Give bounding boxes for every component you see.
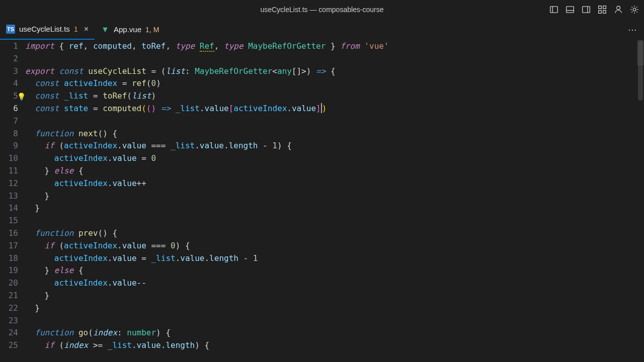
svg-rect-4 — [583, 7, 590, 13]
typescript-icon: TS — [6, 25, 15, 34]
account-icon[interactable] — [614, 5, 623, 14]
vertical-scrollbar[interactable] — [637, 40, 644, 362]
svg-rect-8 — [599, 11, 602, 14]
line-gutter: 1234567891011121314151617181920212223242… — [0, 40, 25, 362]
svg-rect-2 — [567, 7, 574, 13]
layout-sidebar-left-icon[interactable] — [549, 5, 558, 14]
tab-usecyclelist[interactable]: TS useCycleList.ts 1 × — [0, 19, 95, 40]
settings-gear-icon[interactable] — [630, 5, 639, 14]
customize-layout-icon[interactable] — [598, 5, 607, 14]
tab-appvue[interactable]: ▼ App.vue 1, M — [95, 19, 165, 40]
svg-point-10 — [617, 6, 620, 10]
tab-overflow-icon[interactable]: ⋯ — [628, 24, 637, 35]
tab-problems-badge: 1 — [74, 25, 78, 33]
titlebar: useCycleList.ts — composables-course — [0, 0, 644, 19]
vue-icon: ▼ — [101, 25, 110, 34]
close-icon[interactable]: × — [84, 25, 89, 34]
layout-panel-icon[interactable] — [566, 5, 575, 14]
tab-label: App.vue — [114, 25, 141, 34]
tab-bar: TS useCycleList.ts 1 × ▼ App.vue 1, M ⋯ — [0, 19, 644, 40]
svg-rect-0 — [550, 7, 558, 13]
svg-rect-6 — [599, 6, 602, 9]
scrollbar-thumb[interactable] — [638, 40, 643, 101]
svg-rect-7 — [603, 6, 606, 9]
svg-rect-9 — [603, 11, 606, 14]
window-title: useCycleList.ts — composables-course — [260, 6, 383, 14]
layout-sidebar-right-icon[interactable] — [582, 5, 591, 14]
code-area[interactable]: import { ref, computed, toRef, type Ref,… — [25, 40, 644, 362]
editor[interactable]: 1234567891011121314151617181920212223242… — [0, 40, 644, 362]
tab-problems-badge: 1, M — [145, 26, 159, 34]
svg-point-11 — [633, 8, 636, 11]
titlebar-actions — [549, 5, 639, 14]
tab-label: useCycleList.ts — [19, 25, 70, 33]
lightbulb-icon[interactable]: 💡 — [17, 90, 26, 103]
